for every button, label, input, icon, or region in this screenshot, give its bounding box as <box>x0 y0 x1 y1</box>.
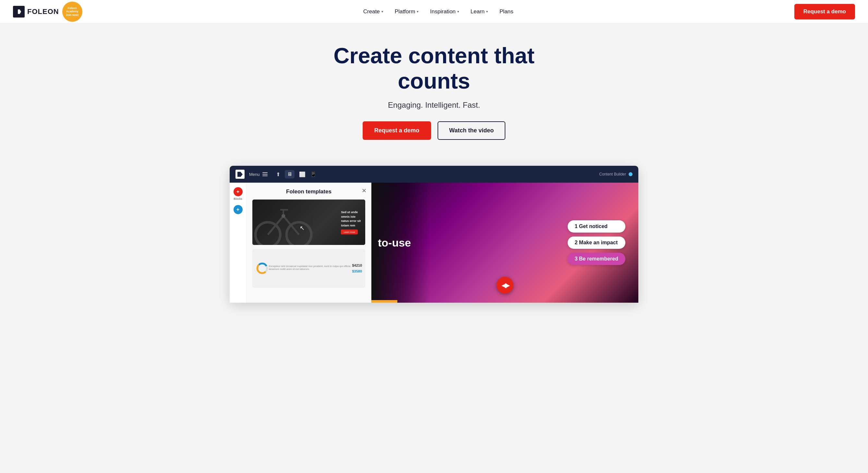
toolbar-logo <box>236 170 245 179</box>
template-card-img: Sed ut unde omnis iste natus error sit t… <box>252 199 365 245</box>
stats-values: $4210 $3580 <box>352 263 362 273</box>
request-demo-nav-button[interactable]: Request a demo <box>794 4 855 20</box>
nav-item-create[interactable]: Create ▾ <box>363 8 383 15</box>
orange-progress-bar <box>371 300 397 303</box>
app-preview: Menu ⬆ 🖥 ⬜ 📱 Content Builder <box>223 166 645 303</box>
pill-make-impact[interactable]: 2 Make an impact <box>568 236 625 249</box>
navbar: FOLEON Foleon Academy Join now! Create ▾… <box>0 0 868 23</box>
toolbar-icons: ⬆ 🖥 ⬜ 📱 <box>276 170 317 179</box>
nav-right: Request a demo <box>794 4 855 20</box>
add-element-icon: + <box>234 205 243 214</box>
hamburger-icon[interactable] <box>262 172 268 176</box>
svg-rect-2 <box>17 9 18 14</box>
app-toolbar: Menu ⬆ 🖥 ⬜ 📱 Content Builder <box>230 166 638 183</box>
blocks-label: Blocks <box>234 197 242 200</box>
nav-item-plans[interactable]: Plans <box>499 8 514 15</box>
bike-svg <box>252 199 314 245</box>
logo-icon <box>13 6 25 18</box>
template-learn-more-button[interactable]: Learn more <box>341 230 358 234</box>
mobile-icon[interactable]: 📱 <box>310 171 317 178</box>
close-icon[interactable]: ✕ <box>362 187 367 194</box>
svg-point-10 <box>282 214 285 218</box>
hero-video-button[interactable]: Watch the video <box>438 121 505 140</box>
academy-line2: Academy <box>66 10 79 13</box>
tablet-icon[interactable]: ⬜ <box>299 171 306 178</box>
add-blocks-icon: + <box>234 187 243 196</box>
academy-line1: Foleon <box>68 6 77 10</box>
toolbar-right: Content Builder <box>599 172 632 177</box>
upload-icon[interactable]: ⬆ <box>276 171 280 178</box>
hero-buttons: Request a demo Watch the video <box>6 121 862 140</box>
desktop-icon[interactable]: 🖥 <box>285 170 294 179</box>
blue-status-dot <box>629 172 632 176</box>
academy-line3: Join now! <box>66 13 79 17</box>
hero-section: Create content that counts Engaging. Int… <box>0 23 868 153</box>
app-window: Menu ⬆ 🖥 ⬜ 📱 Content Builder <box>230 166 638 303</box>
stat-text-block: Excepteur sint occaecat cupidatat non pr… <box>269 265 352 272</box>
app-body: + Blocks + ✕ Foleon templates <box>230 183 638 303</box>
pill-be-remembered[interactable]: 3 Be remembered <box>568 253 625 265</box>
chevron-down-icon: ▾ <box>486 10 488 13</box>
right-pills: 1 Get noticed 2 Make an impact 3 Be reme… <box>568 220 625 265</box>
hero-demo-button[interactable]: Request a demo <box>363 121 431 140</box>
content-builder-label: Content Builder <box>599 172 626 177</box>
right-panel: to-use 1 Get noticed 2 Make an impact 3 … <box>371 183 638 303</box>
template-card-2[interactable]: Excepteur sint occaecat cupidatat non pr… <box>252 249 365 288</box>
template-text-block: Sed ut unde omnis iste natus error sit t… <box>341 210 361 234</box>
logo-text: FOLEON <box>27 7 59 16</box>
pill-get-noticed[interactable]: 1 Get noticed <box>568 220 625 232</box>
templates-title: Foleon templates <box>252 188 365 195</box>
template-card-text: Sed ut unde omnis iste natus error sit t… <box>341 210 361 228</box>
slider-arrows-icon: ◀▶ <box>501 281 508 289</box>
stat-value-2: $3580 <box>352 269 362 273</box>
stat-value-1: $4210 <box>352 263 362 267</box>
add-element-button[interactable]: + <box>234 205 243 214</box>
chevron-down-icon: ▾ <box>457 10 459 13</box>
academy-badge[interactable]: Foleon Academy Join now! <box>62 2 83 22</box>
hero-title: Create content that counts <box>320 43 548 93</box>
nav-links: Create ▾ Platform ▾ Inspiration ▾ Learn … <box>363 8 514 15</box>
logo-link[interactable]: FOLEON <box>13 6 59 18</box>
donut-chart-svg <box>256 258 269 278</box>
chevron-down-icon: ▾ <box>381 10 383 13</box>
chevron-down-icon: ▾ <box>417 10 418 13</box>
stat-description: Excepteur sint occaecat cupidatat non pr… <box>269 265 352 271</box>
nav-item-platform[interactable]: Platform ▾ <box>395 8 418 15</box>
sidebar-strip: + Blocks + <box>230 183 247 303</box>
slider-control-button[interactable]: ◀▶ <box>497 277 514 293</box>
templates-panel: ✕ Foleon templates <box>247 183 371 303</box>
hero-subtitle: Engaging. Intelligent. Fast. <box>6 101 862 109</box>
nav-item-learn[interactable]: Learn ▾ <box>471 8 488 15</box>
nav-item-inspiration[interactable]: Inspiration ▾ <box>430 8 459 15</box>
toolbar-menu-group[interactable]: Menu <box>249 172 268 177</box>
toolbar-menu-label: Menu <box>249 172 260 177</box>
big-overlay-text: to-use <box>378 236 430 250</box>
logo-svg <box>15 8 22 15</box>
template-card-1[interactable]: Sed ut unde omnis iste natus error sit t… <box>252 199 365 245</box>
right-overlay-left: to-use <box>371 183 430 303</box>
toolbar-logo-inner <box>238 171 243 177</box>
blocks-button[interactable]: + Blocks <box>234 187 243 200</box>
